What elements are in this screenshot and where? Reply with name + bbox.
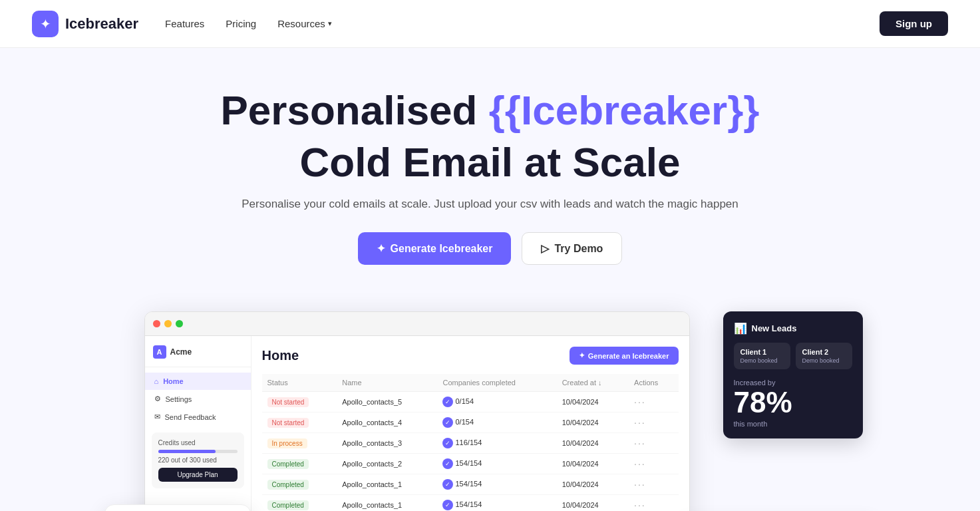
try-demo-button[interactable]: ▷ Try Demo: [522, 232, 622, 265]
hero-section: Personalised {{Icebreaker}} Cold Email a…: [0, 48, 980, 311]
settings-icon: ⚙: [154, 395, 161, 403]
nav-logo[interactable]: ✦ Icebreaker: [32, 11, 138, 37]
credits-bar-fill: [158, 450, 216, 453]
row-name: Apollo_contacts_1: [337, 495, 437, 511]
month-label: this month: [734, 420, 852, 428]
sidebar-item-feedback[interactable]: ✉ Send Feedback: [145, 408, 251, 426]
play-icon: ▷: [541, 242, 549, 255]
status-badge: Not started: [267, 397, 309, 407]
table-row: Completed Apollo_contacts_1 ✓154/154 10/…: [262, 474, 679, 495]
row-actions: ···: [629, 433, 678, 454]
progress-icon: ✓: [442, 397, 453, 407]
sparkle-icon: ✦: [377, 242, 385, 255]
row-created: 10/04/2024: [557, 454, 629, 474]
client-badge-2: Client 2 Demo booked: [796, 343, 852, 369]
row-actions: ···: [629, 474, 678, 495]
progress-icon: ✓: [442, 479, 453, 490]
row-actions: ···: [629, 495, 678, 511]
contacts-table: Status Name Companies completed Created …: [262, 374, 679, 511]
page-title: Home: [262, 348, 299, 363]
row-companies: ✓0/154: [437, 392, 556, 413]
actions-menu-button[interactable]: ···: [634, 438, 646, 448]
generate-button[interactable]: ✦ Generate an Icebreaker: [570, 347, 679, 365]
gen-sparkle-icon: ✦: [579, 351, 585, 360]
preview-area: A Acme ⌂ Home ⚙ Settings ✉ Send Feedback…: [91, 311, 890, 511]
row-created: 10/04/2024: [557, 433, 629, 454]
row-created: 10/04/2024: [557, 474, 629, 495]
dashboard-window: A Acme ⌂ Home ⚙ Settings ✉ Send Feedback…: [144, 311, 690, 511]
hero-description: Personalise your cold emails at scale. J…: [13, 198, 967, 211]
minimize-dot: [164, 320, 172, 327]
table-head: Status Name Companies completed Created …: [262, 374, 679, 392]
row-companies: ✓154/154: [437, 474, 556, 495]
signup-button[interactable]: Sign up: [880, 11, 948, 36]
nav-resources[interactable]: Resources ▾: [277, 18, 332, 29]
col-status: Status: [262, 374, 337, 392]
status-badge: Completed: [267, 459, 309, 469]
window-topbar: [145, 312, 689, 336]
logo-icon: ✦: [32, 11, 59, 37]
col-name: Name: [337, 374, 437, 392]
row-created: 10/04/2024: [557, 413, 629, 433]
progress-icon: ✓: [442, 500, 453, 510]
nav-links: Features Pricing Resources ▾: [165, 18, 880, 29]
hero-subtitle: Cold Email at Scale: [13, 138, 967, 186]
sidebar-item-settings[interactable]: ⚙ Settings: [145, 390, 251, 408]
actions-menu-button[interactable]: ···: [634, 397, 646, 407]
dashboard-main: Home ✦ Generate an Icebreaker Status Nam…: [251, 336, 689, 511]
table-body: Not started Apollo_contacts_5 ✓0/154 10/…: [262, 392, 679, 511]
status-badge: In process: [267, 438, 307, 448]
client-badge-1: Client 1 Demo booked: [734, 343, 790, 369]
dashboard-body: A Acme ⌂ Home ⚙ Settings ✉ Send Feedback…: [145, 336, 689, 511]
credits-widget: Credits used 220 out of 300 used Upgrade…: [152, 432, 244, 488]
table-row: Not started Apollo_contacts_5 ✓0/154 10/…: [262, 392, 679, 413]
nav-logo-text: Icebreaker: [65, 15, 138, 33]
row-name: Apollo_contacts_1: [337, 474, 437, 495]
col-actions: Actions: [629, 374, 678, 392]
actions-menu-button[interactable]: ···: [634, 458, 646, 469]
table-row: Completed Apollo_contacts_2 ✓154/154 10/…: [262, 454, 679, 474]
row-name: Apollo_contacts_3: [337, 433, 437, 454]
progress-icon: ✓: [442, 438, 453, 448]
progress-icon: ✓: [442, 417, 453, 428]
upgrade-plan-button[interactable]: Upgrade Plan: [158, 468, 238, 482]
row-name: Apollo_contacts_5: [337, 392, 437, 413]
nav-features[interactable]: Features: [165, 18, 204, 29]
row-created: 10/04/2024: [557, 392, 629, 413]
generate-icebreaker-button[interactable]: ✦ Generate Icebreaker: [358, 232, 512, 265]
status-badge: Completed: [267, 480, 309, 490]
client-badges: Client 1 Demo booked Client 2 Demo booke…: [734, 343, 852, 369]
status-badge: Completed: [267, 500, 309, 510]
row-companies: ✓0/154: [437, 413, 556, 433]
close-dot: [153, 320, 160, 327]
new-leads-card: 📊 New Leads Client 1 Demo booked Client …: [723, 311, 863, 438]
percent-value: 78%: [734, 388, 852, 417]
sidebar-item-home[interactable]: ⌂ Home: [145, 373, 251, 390]
credits-bar-background: [158, 450, 238, 453]
actions-menu-button[interactable]: ···: [634, 417, 646, 428]
hero-buttons: ✦ Generate Icebreaker ▷ Try Demo: [13, 232, 967, 265]
feedback-icon: ✉: [154, 413, 160, 421]
navbar: ✦ Icebreaker Features Pricing Resources …: [0, 0, 980, 48]
row-actions: ···: [629, 413, 678, 433]
progress-icon: ✓: [442, 458, 453, 469]
chevron-down-icon: ▾: [328, 19, 332, 28]
table-row: Completed Apollo_contacts_1 ✓154/154 10/…: [262, 495, 679, 511]
nav-pricing[interactable]: Pricing: [226, 18, 256, 29]
hero-title: Personalised {{Icebreaker}}: [13, 88, 967, 133]
actions-menu-button[interactable]: ···: [634, 479, 646, 490]
row-name: Apollo_contacts_2: [337, 454, 437, 474]
card-header: 📊 New Leads: [734, 322, 852, 335]
row-created: 10/04/2024: [557, 495, 629, 511]
actions-menu-button[interactable]: ···: [634, 500, 646, 510]
status-badge: Not started: [267, 418, 309, 428]
home-icon: ⌂: [154, 377, 159, 385]
col-created: Created at ↓: [557, 374, 629, 392]
col-companies: Companies completed: [437, 374, 556, 392]
sidebar: A Acme ⌂ Home ⚙ Settings ✉ Send Feedback…: [145, 336, 251, 511]
expand-dot: [176, 320, 183, 327]
sidebar-logo-icon: A: [153, 345, 166, 359]
row-actions: ···: [629, 392, 678, 413]
main-header: Home ✦ Generate an Icebreaker: [262, 347, 679, 365]
table-row: In process Apollo_contacts_3 ✓116/154 10…: [262, 433, 679, 454]
